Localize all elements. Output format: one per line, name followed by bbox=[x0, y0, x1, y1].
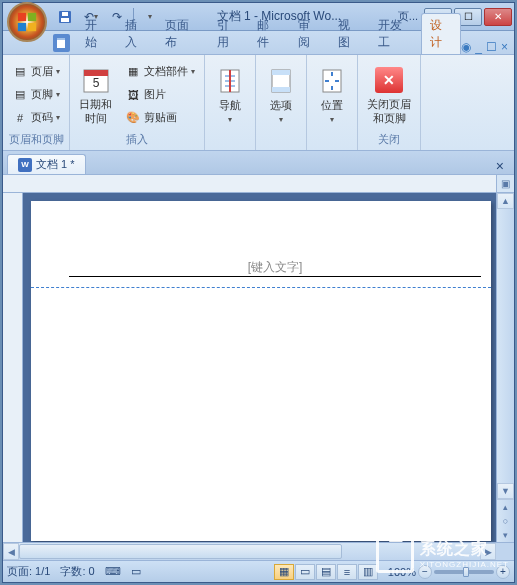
header-placeholder: [键入文字] bbox=[248, 260, 303, 274]
group-label bbox=[260, 132, 302, 148]
next-page-button[interactable]: ▾ bbox=[497, 528, 514, 542]
tab-review[interactable]: 审阅 bbox=[289, 13, 329, 54]
document-tab-label: 文档 1 * bbox=[36, 157, 75, 172]
ribbon: ▤页眉▾ ▤页脚▾ #页码▾ 页眉和页脚 5 日期和 时间 ▦文档部件▾ 🖼图片… bbox=[3, 55, 514, 151]
tab-layout[interactable]: 页面布 bbox=[156, 13, 208, 54]
vertical-ruler[interactable] bbox=[3, 193, 23, 542]
ribbon-close-button[interactable]: × bbox=[501, 40, 508, 54]
clipart-label: 剪贴画 bbox=[144, 110, 177, 125]
group-label: 关闭 bbox=[362, 132, 416, 148]
svg-rect-8 bbox=[57, 38, 65, 40]
options-button[interactable]: 选项 ▾ bbox=[260, 62, 302, 126]
pagenum-label: 页码 bbox=[31, 110, 53, 125]
scroll-up-button[interactable]: ▲ bbox=[497, 193, 514, 209]
save-icon bbox=[58, 10, 72, 24]
document-tabbar: W 文档 1 * × bbox=[3, 151, 514, 175]
web-layout-view[interactable]: ▤ bbox=[316, 564, 336, 580]
document-tab[interactable]: W 文档 1 * bbox=[7, 154, 86, 174]
group-insert: 5 日期和 时间 ▦文档部件▾ 🖼图片 🎨剪贴画 插入 bbox=[70, 55, 205, 150]
docparts-icon: ▦ bbox=[125, 64, 141, 80]
datetime-button[interactable]: 5 日期和 时间 bbox=[74, 61, 117, 127]
navigation-button[interactable]: 导航 ▾ bbox=[209, 62, 251, 126]
footer-button[interactable]: ▤页脚▾ bbox=[7, 85, 65, 105]
picture-button[interactable]: 🖼图片 bbox=[120, 85, 200, 105]
svg-rect-6 bbox=[62, 12, 68, 16]
word-count[interactable]: 字数: 0 bbox=[60, 564, 94, 579]
fullscreen-view[interactable]: ▭ bbox=[295, 564, 315, 580]
outline-view[interactable]: ≡ bbox=[337, 564, 357, 580]
language-indicator[interactable]: ⌨ bbox=[105, 565, 121, 578]
header-button[interactable]: ▤页眉▾ bbox=[7, 62, 65, 82]
svg-rect-15 bbox=[272, 87, 290, 92]
pagenum-icon: # bbox=[12, 110, 28, 126]
tab-insert[interactable]: 插入 bbox=[116, 13, 156, 54]
svg-rect-3 bbox=[28, 22, 36, 30]
tab-mailings[interactable]: 邮件 bbox=[248, 13, 288, 54]
ribbon-minimize-button[interactable]: _ bbox=[475, 40, 482, 54]
tab-developer[interactable]: 开发工 bbox=[369, 13, 421, 54]
close-hf-label: 关闭页眉 和页脚 bbox=[367, 98, 411, 124]
clipart-icon: 🎨 bbox=[125, 110, 141, 126]
group-close: ✕ 关闭页眉 和页脚 关闭 bbox=[358, 55, 421, 150]
vertical-scrollbar[interactable]: ▲ ▼ ▴ ○ ▾ bbox=[496, 193, 514, 542]
print-layout-view[interactable]: ▦ bbox=[274, 564, 294, 580]
document-page[interactable]: [键入文字] bbox=[31, 201, 491, 541]
group-label: 页眉和页脚 bbox=[7, 132, 65, 148]
ribbon-restore-button[interactable]: ☐ bbox=[486, 40, 497, 54]
svg-rect-14 bbox=[272, 70, 290, 75]
position-button[interactable]: 位置 ▾ bbox=[311, 62, 353, 126]
zoom-thumb[interactable] bbox=[463, 567, 469, 577]
page-indicator[interactable]: 页面: 1/1 bbox=[7, 564, 50, 579]
group-navigation: 导航 ▾ bbox=[205, 55, 256, 150]
draft-view[interactable]: ▥ bbox=[358, 564, 378, 580]
view-buttons: ▦ ▭ ▤ ≡ ▥ bbox=[274, 564, 378, 580]
group-position: 位置 ▾ bbox=[307, 55, 358, 150]
group-label bbox=[311, 132, 353, 148]
position-icon bbox=[316, 65, 348, 97]
close-header-footer-button[interactable]: ✕ 关闭页眉 和页脚 bbox=[362, 61, 416, 127]
save-button[interactable] bbox=[55, 7, 75, 27]
clipart-button[interactable]: 🎨剪贴画 bbox=[120, 108, 200, 128]
browse-object-button[interactable]: ○ bbox=[497, 514, 514, 528]
pagenum-button[interactable]: #页码▾ bbox=[7, 108, 65, 128]
page-area: [键入文字] bbox=[23, 193, 496, 542]
header-edit-zone[interactable]: [键入文字] bbox=[69, 259, 481, 288]
scroll-left-button[interactable]: ◀ bbox=[3, 543, 19, 560]
navigation-icon bbox=[214, 65, 246, 97]
close-window-button[interactable]: ✕ bbox=[484, 8, 512, 26]
help-button[interactable]: ◉ bbox=[461, 40, 471, 54]
zoom-percent[interactable]: 100% bbox=[388, 566, 416, 578]
zoom-out-button[interactable]: − bbox=[418, 565, 432, 579]
tab-view[interactable]: 视图 bbox=[329, 13, 369, 54]
statusbar: 页面: 1/1 字数: 0 ⌨ ▭ ▦ ▭ ▤ ≡ ▥ 100% − + bbox=[3, 560, 514, 582]
zoom-in-button[interactable]: + bbox=[496, 565, 510, 579]
zoom-control: 100% − + bbox=[388, 565, 510, 579]
hscroll-thumb[interactable] bbox=[19, 544, 342, 559]
navigation-label: 导航 bbox=[219, 99, 241, 112]
tab-home[interactable]: 开始 bbox=[76, 13, 116, 54]
scroll-track[interactable] bbox=[497, 209, 514, 483]
zoom-slider[interactable] bbox=[434, 570, 494, 574]
ruler-toggle-button[interactable]: ▣ bbox=[496, 175, 514, 193]
svg-text:5: 5 bbox=[92, 76, 99, 90]
tab-references[interactable]: 引用 bbox=[208, 13, 248, 54]
tab-design[interactable]: 设计 bbox=[421, 13, 461, 54]
file-menu-button[interactable] bbox=[53, 34, 70, 52]
close-icon: ✕ bbox=[375, 67, 403, 93]
scroll-down-button[interactable]: ▼ bbox=[497, 483, 514, 499]
workspace: [键入文字] ▲ ▼ ▴ ○ ▾ bbox=[3, 193, 514, 542]
group-label bbox=[209, 132, 251, 148]
horizontal-ruler[interactable]: ▣ bbox=[3, 175, 496, 193]
office-button[interactable] bbox=[7, 2, 47, 42]
scroll-right-button[interactable]: ▶ bbox=[480, 543, 496, 560]
horizontal-scrollbar[interactable]: ◀ ▶ bbox=[3, 542, 514, 560]
insert-mode[interactable]: ▭ bbox=[131, 565, 141, 578]
hscroll-track[interactable] bbox=[19, 543, 480, 560]
header-boundary bbox=[31, 287, 491, 288]
footer-icon: ▤ bbox=[12, 87, 28, 103]
header-label: 页眉 bbox=[31, 64, 53, 79]
docparts-button[interactable]: ▦文档部件▾ bbox=[120, 62, 200, 82]
prev-page-button[interactable]: ▴ bbox=[497, 500, 514, 514]
close-tab-button[interactable]: × bbox=[490, 158, 510, 174]
svg-rect-0 bbox=[18, 12, 26, 20]
